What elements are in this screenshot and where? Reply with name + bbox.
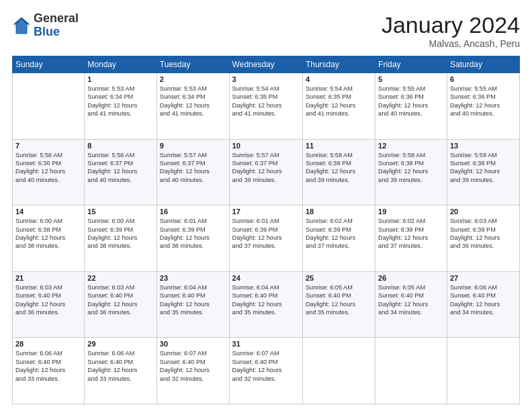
calendar-cell: 24Sunrise: 6:04 AMSunset: 6:40 PMDayligh… [229, 271, 302, 338]
calendar-cell: 8Sunrise: 5:56 AMSunset: 6:37 PMDaylight… [85, 139, 157, 205]
day-info: Sunrise: 6:03 AMSunset: 6:40 PMDaylight:… [87, 283, 154, 317]
calendar-cell: 25Sunrise: 6:05 AMSunset: 6:40 PMDayligh… [302, 271, 375, 338]
month-title: January 2024 [382, 12, 520, 38]
day-info: Sunrise: 6:03 AMSunset: 6:40 PMDaylight:… [15, 283, 81, 317]
calendar-cell: 13Sunrise: 5:59 AMSunset: 6:38 PMDayligh… [447, 139, 519, 205]
day-info: Sunrise: 6:04 AMSunset: 6:40 PMDaylight:… [232, 283, 300, 317]
calendar-table: Sunday Monday Tuesday Wednesday Thursday… [12, 56, 520, 404]
day-info: Sunrise: 5:59 AMSunset: 6:38 PMDaylight:… [450, 151, 517, 185]
day-number: 23 [160, 274, 226, 282]
calendar-week-row: 14Sunrise: 6:00 AMSunset: 6:38 PMDayligh… [13, 205, 520, 272]
col-friday: Friday [375, 56, 447, 73]
day-number: 5 [378, 75, 444, 83]
day-info: Sunrise: 5:54 AMSunset: 6:35 PMDaylight:… [306, 85, 372, 118]
day-info: Sunrise: 5:57 AMSunset: 6:37 PMDaylight:… [160, 151, 226, 185]
day-number: 20 [450, 208, 517, 216]
calendar-cell: 4Sunrise: 5:54 AMSunset: 6:35 PMDaylight… [302, 73, 375, 140]
day-number: 26 [378, 274, 444, 282]
calendar-cell: 20Sunrise: 6:03 AMSunset: 6:39 PMDayligh… [447, 205, 519, 272]
calendar-cell: 9Sunrise: 5:57 AMSunset: 6:37 PMDaylight… [157, 139, 229, 205]
calendar-cell: 19Sunrise: 6:02 AMSunset: 6:39 PMDayligh… [375, 205, 447, 272]
day-info: Sunrise: 6:02 AMSunset: 6:39 PMDaylight:… [306, 217, 372, 250]
calendar-cell: 7Sunrise: 5:56 AMSunset: 6:36 PMDaylight… [13, 139, 85, 205]
calendar-cell: 6Sunrise: 5:55 AMSunset: 6:36 PMDaylight… [447, 73, 519, 140]
calendar-cell: 27Sunrise: 6:06 AMSunset: 6:40 PMDayligh… [447, 271, 519, 338]
day-number: 16 [160, 208, 226, 216]
calendar-header-row: Sunday Monday Tuesday Wednesday Thursday… [13, 56, 520, 73]
calendar-cell: 2Sunrise: 5:53 AMSunset: 6:34 PMDaylight… [157, 73, 229, 140]
day-info: Sunrise: 6:00 AMSunset: 6:38 PMDaylight:… [15, 217, 81, 250]
day-info: Sunrise: 5:56 AMSunset: 6:36 PMDaylight:… [15, 151, 81, 185]
day-number: 18 [306, 208, 372, 216]
location: Malvas, Ancash, Peru [382, 38, 520, 49]
calendar-cell: 30Sunrise: 6:07 AMSunset: 6:40 PMDayligh… [157, 338, 229, 404]
day-info: Sunrise: 6:06 AMSunset: 6:40 PMDaylight:… [15, 349, 81, 383]
calendar-cell: 11Sunrise: 5:58 AMSunset: 6:38 PMDayligh… [302, 139, 375, 205]
calendar-cell: 3Sunrise: 5:54 AMSunset: 6:35 PMDaylight… [229, 73, 302, 140]
calendar-cell: 12Sunrise: 5:58 AMSunset: 6:38 PMDayligh… [375, 139, 447, 205]
day-number: 8 [87, 142, 154, 150]
day-info: Sunrise: 6:06 AMSunset: 6:40 PMDaylight:… [450, 283, 517, 317]
day-info: Sunrise: 6:00 AMSunset: 6:39 PMDaylight:… [87, 217, 154, 250]
day-number: 7 [15, 142, 81, 150]
day-number: 31 [232, 340, 300, 348]
day-info: Sunrise: 6:06 AMSunset: 6:40 PMDaylight:… [87, 349, 154, 383]
day-number: 17 [232, 208, 300, 216]
logo-text: General Blue [34, 12, 79, 39]
calendar-cell [447, 338, 519, 404]
day-number: 10 [232, 142, 300, 150]
logo-general: General [34, 12, 79, 26]
day-info: Sunrise: 5:58 AMSunset: 6:38 PMDaylight:… [378, 151, 444, 185]
calendar-cell: 1Sunrise: 5:53 AMSunset: 6:34 PMDaylight… [85, 73, 157, 140]
col-monday: Monday [85, 56, 157, 73]
day-info: Sunrise: 6:03 AMSunset: 6:39 PMDaylight:… [450, 217, 517, 250]
calendar-cell: 16Sunrise: 6:01 AMSunset: 6:39 PMDayligh… [157, 205, 229, 272]
day-number: 3 [232, 75, 300, 83]
calendar-week-row: 28Sunrise: 6:06 AMSunset: 6:40 PMDayligh… [13, 338, 520, 404]
calendar-cell: 18Sunrise: 6:02 AMSunset: 6:39 PMDayligh… [302, 205, 375, 272]
logo-icon [12, 16, 31, 35]
day-number: 15 [87, 208, 154, 216]
calendar-cell: 28Sunrise: 6:06 AMSunset: 6:40 PMDayligh… [13, 338, 85, 404]
day-info: Sunrise: 5:53 AMSunset: 6:34 PMDaylight:… [87, 85, 154, 118]
day-number: 11 [306, 142, 372, 150]
day-number: 25 [306, 274, 372, 282]
col-sunday: Sunday [13, 56, 85, 73]
logo-blue: Blue [34, 26, 79, 39]
day-info: Sunrise: 5:56 AMSunset: 6:37 PMDaylight:… [87, 151, 154, 185]
day-info: Sunrise: 5:57 AMSunset: 6:37 PMDaylight:… [232, 151, 300, 185]
calendar-cell: 26Sunrise: 6:05 AMSunset: 6:40 PMDayligh… [375, 271, 447, 338]
day-number: 30 [160, 340, 226, 348]
day-info: Sunrise: 5:54 AMSunset: 6:35 PMDaylight:… [232, 85, 300, 118]
calendar-week-row: 1Sunrise: 5:53 AMSunset: 6:34 PMDaylight… [13, 73, 520, 140]
calendar-cell: 10Sunrise: 5:57 AMSunset: 6:37 PMDayligh… [229, 139, 302, 205]
day-number: 2 [160, 75, 226, 83]
calendar-cell: 15Sunrise: 6:00 AMSunset: 6:39 PMDayligh… [85, 205, 157, 272]
day-number: 28 [15, 340, 81, 348]
logo: General Blue [12, 12, 79, 39]
day-number: 14 [15, 208, 81, 216]
col-thursday: Thursday [302, 56, 375, 73]
day-info: Sunrise: 6:05 AMSunset: 6:40 PMDaylight:… [306, 283, 372, 317]
day-number: 12 [378, 142, 444, 150]
calendar-cell: 31Sunrise: 6:07 AMSunset: 6:40 PMDayligh… [229, 338, 302, 404]
calendar-cell: 29Sunrise: 6:06 AMSunset: 6:40 PMDayligh… [85, 338, 157, 404]
calendar-cell [375, 338, 447, 404]
header: General Blue January 2024 Malvas, Ancash… [12, 12, 520, 49]
day-number: 13 [450, 142, 517, 150]
day-number: 21 [15, 274, 81, 282]
day-info: Sunrise: 6:04 AMSunset: 6:40 PMDaylight:… [160, 283, 226, 317]
day-number: 9 [160, 142, 226, 150]
calendar-cell: 23Sunrise: 6:04 AMSunset: 6:40 PMDayligh… [157, 271, 229, 338]
day-info: Sunrise: 6:05 AMSunset: 6:40 PMDaylight:… [378, 283, 444, 317]
calendar-cell: 22Sunrise: 6:03 AMSunset: 6:40 PMDayligh… [85, 271, 157, 338]
day-number: 24 [232, 274, 300, 282]
day-info: Sunrise: 6:02 AMSunset: 6:39 PMDaylight:… [378, 217, 444, 250]
day-number: 29 [87, 340, 154, 348]
page: General Blue January 2024 Malvas, Ancash… [0, 0, 532, 411]
day-number: 1 [87, 75, 154, 83]
day-number: 19 [378, 208, 444, 216]
calendar-week-row: 7Sunrise: 5:56 AMSunset: 6:36 PMDaylight… [13, 139, 520, 205]
col-wednesday: Wednesday [229, 56, 302, 73]
day-info: Sunrise: 5:58 AMSunset: 6:38 PMDaylight:… [306, 151, 372, 185]
